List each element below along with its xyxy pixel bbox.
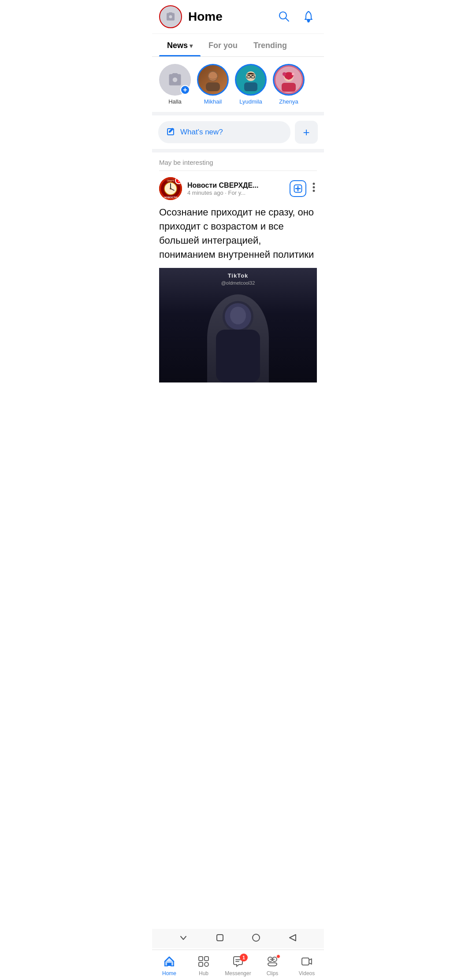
- video-thumbnail[interactable]: TikTok @oldmetcool32: [159, 268, 317, 382]
- edit-icon: [166, 127, 176, 137]
- story-avatar-wrap-halla: +: [159, 64, 191, 96]
- svg-line-1: [286, 18, 289, 21]
- add-post-button[interactable]: +: [295, 121, 318, 144]
- tab-for-you[interactable]: For you: [201, 34, 245, 56]
- svg-rect-10: [244, 82, 257, 91]
- video-person-silhouette: [207, 294, 269, 382]
- channel-avatar[interactable]: НОВОСТИ СВЕРХ 1: [159, 177, 182, 200]
- page-title: Home: [188, 10, 275, 24]
- svg-point-35: [313, 190, 315, 192]
- header-actions: [275, 8, 317, 26]
- svg-point-20: [292, 73, 294, 75]
- post-header: НОВОСТИ СВЕРХ 1 Новости СВЕРХДЕ... 4 min…: [159, 177, 317, 200]
- tab-trending[interactable]: Trending: [245, 34, 295, 56]
- video-inner: TikTok @oldmetcool32: [159, 268, 317, 382]
- story-item-halla[interactable]: + Halla: [159, 64, 191, 105]
- camera-icon: [165, 11, 176, 22]
- zhenya-avatar-graphic: [275, 67, 302, 93]
- story-item-mikhail[interactable]: Mikhail: [197, 64, 229, 105]
- profile-avatar[interactable]: [159, 5, 182, 28]
- svg-point-33: [313, 183, 315, 185]
- story-item-zhenya[interactable]: Zhenya: [273, 64, 305, 105]
- story-avatar-wrap-lyudmila: [235, 64, 267, 96]
- section-label: May be interesting: [152, 152, 324, 171]
- bell-icon: [302, 10, 315, 23]
- more-options-button[interactable]: [311, 182, 317, 195]
- stories-row: + Halla Mikhail: [152, 57, 324, 115]
- search-button[interactable]: [275, 8, 292, 26]
- svg-point-19: [283, 72, 286, 76]
- whats-new-row: What's new? +: [152, 115, 324, 152]
- notification-count-badge: 1: [175, 177, 182, 184]
- video-username: @oldmetcool32: [221, 280, 255, 286]
- post-card: НОВОСТИ СВЕРХ 1 Новости СВЕРХДЕ... 4 min…: [152, 171, 324, 382]
- story-avatar-wrap-zhenya: [273, 64, 305, 96]
- lyudmila-avatar-graphic: [238, 67, 264, 93]
- mikhail-avatar-graphic: [200, 67, 226, 93]
- story-avatar-zhenya: [273, 64, 305, 96]
- story-name-zhenya: Zhenya: [279, 98, 298, 105]
- svg-rect-18: [282, 83, 296, 92]
- tiktok-label: TikTok: [228, 272, 249, 279]
- more-dots-icon: [312, 182, 315, 192]
- tabs-bar: News ▾ For you Trending: [152, 34, 324, 57]
- plus-icon: [294, 184, 302, 193]
- svg-rect-6: [206, 82, 220, 91]
- post-text: Осознание приходит не сразу, оно приходи…: [159, 205, 317, 262]
- channel-name[interactable]: Новости СВЕРХДЕ...: [187, 182, 290, 189]
- post-meta: 4 minutes ago · For y...: [187, 189, 290, 196]
- story-name-halla: Halla: [168, 98, 182, 105]
- post-actions: [290, 180, 317, 197]
- story-avatar-lyudmila: [235, 64, 267, 96]
- follow-button[interactable]: [290, 180, 306, 197]
- svg-point-4: [308, 21, 309, 22]
- header: Home: [152, 0, 324, 34]
- camera-icon-story: [167, 72, 183, 88]
- search-icon: [277, 10, 290, 23]
- story-name-mikhail: Mikhail: [204, 98, 222, 105]
- tab-news[interactable]: News ▾: [159, 34, 201, 56]
- chevron-down-icon: ▾: [190, 42, 193, 49]
- svg-text:СВЕРХ: СВЕРХ: [167, 179, 175, 182]
- story-name-lyudmila: Lyudmila: [239, 98, 262, 105]
- story-item-lyudmila[interactable]: Lyudmila: [235, 64, 267, 105]
- svg-point-39: [230, 307, 246, 324]
- post-info: Новости СВЕРХДЕ... 4 minutes ago · For y…: [187, 182, 290, 196]
- story-avatar-mikhail: [197, 64, 229, 96]
- whats-new-button[interactable]: What's new?: [158, 121, 290, 143]
- svg-text:НОВОСТИ: НОВОСТИ: [164, 196, 177, 199]
- story-avatar-wrap-mikhail: [197, 64, 229, 96]
- silhouette-graphic: [207, 294, 269, 382]
- notifications-button[interactable]: [300, 8, 317, 26]
- svg-rect-37: [216, 330, 260, 382]
- svg-point-34: [313, 186, 315, 189]
- add-story-badge: +: [180, 85, 190, 95]
